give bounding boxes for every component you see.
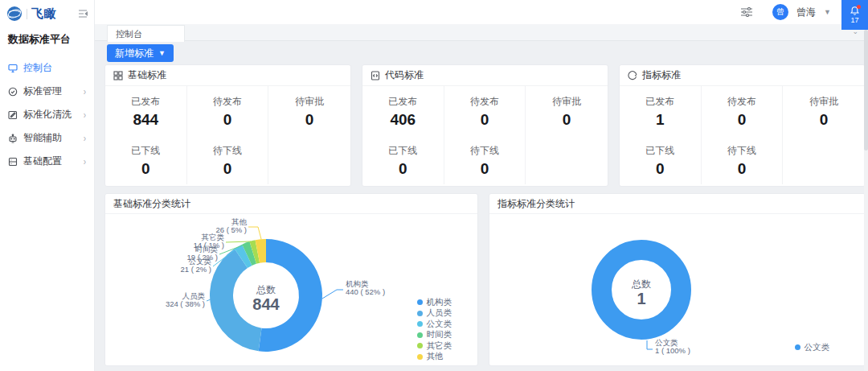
legend-dot xyxy=(417,299,423,305)
donut-center-value: 1 xyxy=(637,290,645,307)
chevron-right-icon: › xyxy=(84,109,86,120)
scrollbar-thumb[interactable] xyxy=(864,30,868,150)
globe-logo-icon xyxy=(6,6,23,22)
stat-cell: 待发布0 xyxy=(187,86,269,135)
legend-item[interactable]: 其它类 xyxy=(417,340,452,352)
sidebar-item-label: 智能辅助 xyxy=(23,131,62,145)
stat-grid: 已发布406待发布0待审批0已下线0待下线0 xyxy=(362,86,608,184)
label-leader-line xyxy=(322,290,343,299)
legend-item[interactable]: 其他 xyxy=(417,352,452,363)
stat-value: 0 xyxy=(362,160,444,178)
stat-value: 0 xyxy=(444,160,526,178)
stat-card-title: 指标标准 xyxy=(642,68,681,82)
chart-title: 基础标准分类统计 xyxy=(113,197,190,211)
stat-card-header: 指标标准 xyxy=(620,65,865,86)
legend-item[interactable]: 时间类 xyxy=(417,330,452,341)
legend-item[interactable]: 机构类 xyxy=(417,297,452,308)
stat-value: 0 xyxy=(702,111,783,129)
stat-label: 待下线 xyxy=(187,144,268,158)
stat-cell: 已下线0 xyxy=(362,135,444,184)
label-leader-line xyxy=(226,241,251,242)
legend-label: 公文类 xyxy=(427,319,452,330)
stat-label: 待发布 xyxy=(444,95,526,109)
stat-label: 已发布 xyxy=(620,95,701,109)
stat-value: 0 xyxy=(105,160,186,178)
slice-label-value: 21 ( 2% ) xyxy=(180,265,211,274)
stat-cell: 待下线0 xyxy=(702,135,784,184)
slice-label-value: 324 ( 38% ) xyxy=(166,299,205,308)
stat-value: 0 xyxy=(268,111,350,129)
stat-label: 待审批 xyxy=(268,95,350,109)
donut-center-label: 总数 xyxy=(631,278,651,290)
legend-label: 人员类 xyxy=(427,307,452,319)
slice-label-value: 440 ( 52% ) xyxy=(346,287,385,296)
notification-button[interactable]: 17 xyxy=(841,0,868,30)
stat-value: 0 xyxy=(783,111,865,129)
sidebar-item-standard-management[interactable]: 标准管理 › xyxy=(0,80,94,103)
tab-console[interactable]: 控制台 xyxy=(107,25,185,42)
chart-legend: 机构类人员类公文类时间类其它类其他 xyxy=(417,297,452,362)
sidebar-item-standard-cleaning[interactable]: 标准化清洗 › xyxy=(0,103,94,126)
file-code-icon xyxy=(371,71,380,80)
grid-icon xyxy=(113,71,123,80)
legend-item[interactable]: 公文类 xyxy=(417,319,452,330)
tab-strip: 控制台 ⌄ xyxy=(95,24,868,41)
legend-item[interactable]: 人员类 xyxy=(417,308,452,319)
slice-label-value: 1 ( 100% ) xyxy=(655,346,690,355)
server-icon xyxy=(8,157,18,167)
label-leader-line xyxy=(647,340,653,349)
stat-card-code-standard: 代码标准 已发布406待发布0待审批0已下线0待下线0 xyxy=(362,64,608,187)
stat-grid: 已发布1待发布0待审批0已下线0待下线0 xyxy=(620,86,865,184)
donut-center-value: 844 xyxy=(252,295,280,313)
sidebar-item-smart-assist[interactable]: 智能辅助 › xyxy=(0,126,94,150)
sidebar-item-console[interactable]: 控制台 xyxy=(0,56,94,80)
stat-label: 已下线 xyxy=(620,144,701,158)
notification-dot xyxy=(857,5,861,9)
stat-value: 0 xyxy=(526,111,608,129)
legend-dot xyxy=(417,321,423,327)
stat-cell: 待下线0 xyxy=(444,135,526,184)
stat-cell: 已发布406 xyxy=(362,86,444,135)
slice-label-value: 19 ( 2% ) xyxy=(186,253,218,262)
top-header: 曾 曾海 ▼ xyxy=(95,0,868,24)
legend-label: 时间类 xyxy=(427,329,452,340)
stat-cell: 待发布0 xyxy=(702,86,784,135)
stat-label: 已下线 xyxy=(362,144,444,158)
username[interactable]: 曾海 xyxy=(796,6,816,19)
legend-dot xyxy=(417,343,423,348)
logo-divider xyxy=(27,9,27,19)
stat-cell: 已下线0 xyxy=(620,135,702,184)
sidebar-item-base-config[interactable]: 基础配置 › xyxy=(0,150,94,173)
add-standard-label: 新增标准 xyxy=(115,47,154,60)
stat-value: 0 xyxy=(620,160,701,178)
stat-label: 待审批 xyxy=(526,95,608,109)
sidebar-item-label: 基础配置 xyxy=(23,155,62,168)
stat-cell-empty xyxy=(783,135,865,184)
stat-card-title: 代码标准 xyxy=(385,68,424,82)
stat-value: 844 xyxy=(105,111,186,129)
filter-sliders-icon[interactable] xyxy=(740,7,753,17)
avatar[interactable]: 曾 xyxy=(772,4,788,20)
chevron-down-icon[interactable]: ▼ xyxy=(824,8,831,16)
slice-label-value: 26 ( 5% ) xyxy=(215,225,247,234)
stat-cell: 待审批0 xyxy=(526,86,608,135)
legend-dot xyxy=(795,344,800,350)
legend-item[interactable]: 公文类 xyxy=(795,342,830,353)
stat-cell-empty xyxy=(526,135,608,184)
bell-icon xyxy=(850,6,860,16)
stat-card-header: 基础标准 xyxy=(105,65,350,86)
stat-cell: 已发布1 xyxy=(620,86,702,135)
brand-logo-text: 飞瞰 xyxy=(31,6,57,22)
stat-value: 0 xyxy=(444,111,526,129)
legend-label: 机构类 xyxy=(427,297,452,308)
menu-fold-icon[interactable] xyxy=(78,10,88,18)
slice-label-value: 14 ( 1% ) xyxy=(193,241,224,249)
vertical-scrollbar[interactable] xyxy=(864,30,868,371)
chevron-right-icon: › xyxy=(84,133,86,143)
logo-row: 飞瞰 xyxy=(0,0,94,26)
stat-label: 已发布 xyxy=(105,95,186,109)
stat-grid: 已发布844待发布0待审批0已下线0待下线0 xyxy=(105,86,350,184)
stat-cell: 待审批0 xyxy=(268,86,350,135)
stat-value: 0 xyxy=(702,160,783,178)
add-standard-button[interactable]: 新增标准 ▼ xyxy=(107,44,174,62)
